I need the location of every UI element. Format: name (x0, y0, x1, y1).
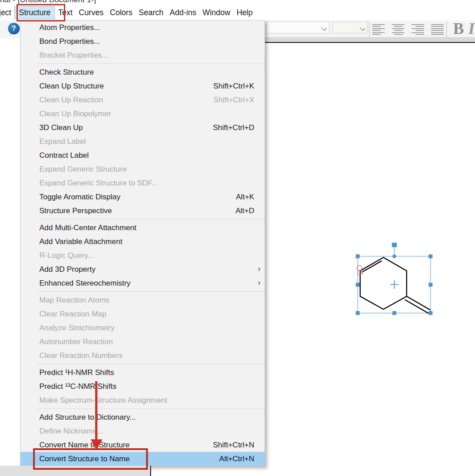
menu-separator (36, 219, 265, 219)
resize-handle-e[interactable] (429, 283, 433, 286)
menubar-item-object-partial[interactable]: ject (0, 6, 14, 19)
chemdraw-window: { "window": { "title_fragment": "nal - [… (0, 0, 475, 476)
menu-item-contract-label[interactable]: Contract Label (21, 148, 265, 162)
menu-item-predict-13c-nmr-shifts[interactable]: Predict ¹³C-NMR Shifts (21, 379, 265, 393)
menu-item-add-structure-to-dictionary[interactable]: Add Structure to Dictionary... (21, 410, 265, 424)
align-center-icon[interactable] (392, 24, 404, 35)
chevron-down-icon (321, 25, 327, 31)
submenu-chevron-icon: › (258, 264, 261, 274)
menubar-item-add-ins[interactable]: Add-ins (167, 6, 199, 19)
toolbar-separator (369, 21, 370, 38)
menu-separator (36, 409, 265, 409)
menu-item-atom-properties[interactable]: Atom Properties... (21, 21, 265, 34)
menu-item-expand-generic-structure: Expand Generic Structure (21, 162, 265, 176)
menu-item-add-multi-center-attachment[interactable]: Add Multi-Center Attachment (21, 221, 265, 235)
exocyclic-double-bond-1 (407, 296, 430, 310)
menu-item-clean-up-structure[interactable]: Clean Up StructureShift+Ctrl+K (21, 79, 265, 93)
selection-center-marker (390, 280, 399, 289)
alignment-buttons (372, 24, 444, 35)
menu-item-clean-up-reaction: Clean Up ReactionShift+Ctrl+X (21, 93, 265, 107)
align-justify-icon[interactable] (431, 24, 444, 35)
menu-item-toggle-aromatic-display[interactable]: Toggle Aromatic DisplayAlt+K (21, 190, 265, 204)
menu-item-autonumber-reaction: Autonumber Reaction (21, 335, 265, 349)
top-center-handle[interactable] (392, 254, 396, 258)
menu-item-predict-1h-nmr-shifts[interactable]: Predict ¹H-NMR Shifts (21, 366, 265, 379)
menubar-item-window[interactable]: Window (199, 6, 233, 19)
annotation-box-structure-menu (17, 4, 65, 21)
resize-handle-w[interactable] (356, 283, 360, 286)
align-right-icon[interactable] (412, 24, 424, 35)
menu-item-analyze-stoichiometry: Analyze Stoichiometry (21, 321, 265, 335)
menubar-item-curves[interactable]: Curves (76, 6, 106, 19)
menu-item-enhanced-stereochemistry[interactable]: Enhanced Stereochemistry› (21, 276, 265, 290)
document-frame-band (265, 37, 475, 42)
toolbar-separator (446, 21, 447, 38)
error-marker-icon (357, 265, 362, 275)
menu-item-add-3d-property[interactable]: Add 3D Property› (21, 262, 265, 276)
resize-handle-s[interactable] (393, 312, 396, 315)
font-family-combobox[interactable] (266, 21, 329, 34)
annotation-box-convert-structure-to-name (33, 448, 148, 470)
selection-box[interactable] (358, 257, 431, 313)
menubar-item-help[interactable]: Help (233, 6, 256, 19)
font-size-combobox[interactable] (332, 21, 368, 34)
menu-item-expand-generic-structure-to-sdf: Expand Generic Structure to SDF... (21, 176, 265, 190)
menu-item-check-structure[interactable]: Check Structure (21, 65, 265, 79)
menu-separator (36, 364, 265, 364)
bold-button[interactable]: B (450, 20, 467, 38)
resize-handle-sw[interactable] (356, 312, 360, 315)
menu-item-map-reaction-atoms: Map Reaction Atoms (21, 293, 265, 307)
rotation-handle[interactable] (392, 243, 397, 247)
menubar-item-colors[interactable]: Colors (107, 6, 136, 19)
submenu-chevron-icon: › (258, 278, 261, 287)
menu-item-bond-properties[interactable]: Bond Properties... (21, 34, 265, 48)
menu-item-clean-up-biopolymer: Clean Up Biopolymer (21, 107, 265, 121)
resize-handle-nw[interactable] (356, 255, 360, 258)
menubar: ject Structure Text Curves Colors Search… (0, 4, 475, 21)
menu-item-clear-reaction-numbers: Clear Reaction Numbers (21, 349, 265, 362)
hexagon-ring (360, 257, 407, 309)
align-left-icon[interactable] (372, 24, 385, 35)
italic-button-partial[interactable]: I (468, 20, 475, 38)
menu-item-r-logic-query: R-Logic Query... (21, 249, 265, 262)
menu-separator (36, 63, 265, 64)
menu-item-make-spectrum-structure-assignment: Make Spectrum-Structure Assignment (21, 393, 265, 407)
structure-menu-popup: Atom Properties... Bond Properties... Br… (20, 20, 265, 466)
annotation-arrow-line (95, 381, 97, 439)
menu-item-define-nickname: Define Nickname... (21, 424, 265, 438)
exocyclic-double-bond-2 (405, 300, 429, 314)
menu-item-clear-reaction-map: Clear Reaction Map (21, 307, 265, 321)
menu-item-structure-perspective[interactable]: Structure PerspectiveAlt+D (21, 204, 265, 218)
menu-separator (36, 291, 265, 292)
document-frame-border (265, 42, 475, 43)
menu-item-bracket-properties: Bracket Properties... (21, 48, 265, 62)
ring-double-bond (362, 261, 382, 273)
help-icon[interactable]: ? (8, 23, 20, 34)
menubar-item-search[interactable]: Search (135, 6, 166, 19)
annotation-arrow-head-icon (91, 439, 102, 450)
molecule[interactable] (360, 257, 430, 313)
menu-item-expand-label: Expand Label (21, 135, 265, 148)
menu-item-add-variable-attachment[interactable]: Add Variable Attachment (21, 235, 265, 249)
menu-item-3d-clean-up[interactable]: 3D Clean UpShift+Ctrl+D (21, 121, 265, 135)
text-caret (150, 466, 151, 476)
resize-handle-ne[interactable] (429, 255, 433, 258)
chevron-down-icon (360, 25, 366, 31)
resize-handle-se[interactable] (429, 312, 433, 315)
